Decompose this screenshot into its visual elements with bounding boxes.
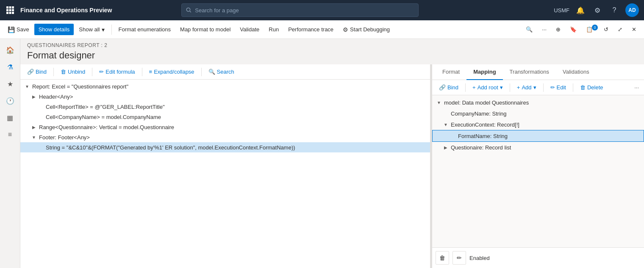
model-item-2[interactable]: CompanyName: String: [432, 108, 644, 119]
model-item-1[interactable]: ▼ model: Data model Questionnaires: [432, 97, 644, 108]
model-toggle-4: [450, 133, 456, 139]
tab-validations[interactable]: Validations: [556, 64, 596, 80]
sidebar-filter-icon[interactable]: ⚗: [3, 59, 18, 75]
bookmark-icon[interactable]: 🔖: [566, 24, 581, 35]
svg-rect-2: [12, 6, 14, 8]
breadcrumb: QUESTIONNAIRES REPORT : 2: [20, 39, 644, 48]
edit-bottom-button[interactable]: ✏: [452, 251, 466, 265]
tab-mapping[interactable]: Mapping: [466, 64, 502, 80]
tree-item-3[interactable]: Cell<ReportTitle> = @"GER_LABEL:ReportTi…: [20, 102, 430, 112]
avatar[interactable]: AD: [625, 3, 639, 17]
svg-line-10: [190, 11, 191, 12]
search-toolbar-icon[interactable]: 🔍: [522, 24, 537, 35]
msep4: [573, 83, 573, 92]
expand-collapse-button[interactable]: ≡ Expand/collapse: [146, 67, 198, 77]
more-icon[interactable]: ···: [538, 24, 551, 35]
link-icon-mapping: 🔗: [439, 84, 446, 91]
sep2: [92, 68, 92, 76]
svg-rect-1: [9, 6, 11, 8]
search-icon: 🔍: [208, 69, 215, 75]
tree-item-4[interactable]: Cell<CompanyName> = model.CompanyName: [20, 112, 430, 122]
unlink-icon: 🗑: [61, 69, 66, 75]
mapping-bind-button[interactable]: 🔗 Bind: [436, 83, 462, 92]
tree-item-5[interactable]: ▶ Range<Questionnaire>: Vertical = model…: [20, 122, 430, 132]
more-options-icon[interactable]: ···: [633, 83, 641, 92]
tree-item-6[interactable]: ▼ Footer: Footer<Any>: [20, 132, 430, 142]
sidebar-star-icon[interactable]: ★: [3, 76, 18, 91]
model-toggle-5[interactable]: ▶: [442, 144, 449, 151]
toggle-5[interactable]: ▶: [31, 124, 37, 130]
main-layout: 🏠 ⚗ ★ 🕐 ▦ ≡ QUESTIONNAIRES REPORT : 2 Fo…: [0, 39, 644, 268]
sidebar-list-icon[interactable]: ≡: [3, 127, 18, 142]
notification-icon[interactable]: 🔔: [575, 4, 586, 16]
content-area: 🔗 Bind 🗑 Unbind ✏ Edit formula: [20, 64, 644, 268]
settings-icon[interactable]: ⚙: [591, 4, 603, 16]
close-icon[interactable]: ✕: [627, 24, 641, 35]
page-title: Format designer: [20, 48, 644, 64]
show-all-button[interactable]: Show all ▾: [75, 24, 108, 36]
start-debugging-button[interactable]: ⚙ Start Debugging: [339, 24, 394, 36]
sidebar-home-icon[interactable]: 🏠: [3, 42, 18, 58]
save-button[interactable]: 💾 Save: [3, 24, 33, 36]
tree-item-7[interactable]: String = "&C&10"&(FORMAT("Generated by'%…: [20, 142, 430, 152]
svg-rect-6: [6, 12, 8, 14]
show-details-button[interactable]: Show details: [34, 24, 74, 35]
map-format-button[interactable]: Map format to model: [176, 24, 235, 35]
sep: [53, 68, 54, 76]
model-toggle-1[interactable]: ▼: [436, 99, 442, 106]
tab-transformations[interactable]: Transformations: [503, 64, 556, 80]
model-item-5[interactable]: ▶ Questionaire: Record list: [432, 142, 644, 153]
sep4: [201, 68, 202, 76]
expand-icon[interactable]: ⤢: [613, 24, 627, 35]
add-button[interactable]: + Add ▾: [514, 83, 540, 92]
model-toggle-3[interactable]: ▼: [442, 121, 449, 128]
model-label-2: CompanyName: String: [451, 111, 507, 117]
app-title: Finance and Operations Preview: [20, 7, 112, 14]
top-navigation: Finance and Operations Preview USMF 🔔 ⚙ …: [0, 0, 644, 20]
sidebar-grid-icon[interactable]: ▦: [3, 110, 18, 125]
expand-icon: ≡: [149, 69, 153, 75]
toggle-7: [37, 144, 44, 151]
unbind-button[interactable]: 🗑 Unbind: [57, 67, 89, 77]
chevron-down-icon: ▾: [102, 26, 105, 33]
search-input[interactable]: [195, 7, 414, 14]
help-icon[interactable]: ?: [608, 4, 620, 16]
toggle-2[interactable]: ▶: [31, 93, 37, 100]
toggle-1[interactable]: ▼: [24, 83, 31, 90]
pencil-icon-mapping: ✏: [550, 84, 555, 91]
sidebar-clock-icon[interactable]: 🕐: [3, 93, 18, 108]
delete-mapping-button[interactable]: 🗑 Delete: [577, 83, 607, 92]
search-button[interactable]: 🔍 Search: [205, 67, 238, 77]
mapping-toolbar: 🔗 Bind + Add root ▾ + Add ▾: [432, 80, 644, 95]
toggle-6[interactable]: ▼: [31, 134, 37, 141]
performance-trace-button[interactable]: Performance trace: [284, 24, 338, 35]
user-label: USMF: [554, 7, 569, 14]
svg-rect-5: [12, 9, 14, 11]
sidebar: 🏠 ⚗ ★ 🕐 ▦ ≡: [0, 39, 20, 268]
crosshair-icon[interactable]: ⊕: [552, 24, 565, 35]
tab-format[interactable]: Format: [436, 64, 466, 80]
model-item-4[interactable]: FormatName: String: [432, 130, 644, 142]
global-search[interactable]: [181, 3, 419, 17]
model-tree: ▼ model: Data model Questionnaires Compa…: [432, 95, 644, 247]
waffle-icon[interactable]: [5, 5, 15, 15]
run-button[interactable]: Run: [264, 24, 283, 35]
chevron-down-add: ▾: [533, 84, 536, 91]
edit-mapping-button[interactable]: ✏ Edit: [547, 83, 569, 92]
notification-badge[interactable]: 📋0: [582, 24, 599, 35]
model-item-3[interactable]: ▼ ExecutionContext: Record[!]: [432, 119, 644, 130]
tree-item-2[interactable]: ▶ Header<Any>: [20, 91, 430, 102]
validate-button[interactable]: Validate: [236, 24, 264, 35]
refresh-icon[interactable]: ↺: [600, 24, 613, 35]
pencil-bottom-icon: ✏: [457, 254, 462, 261]
format-tree: ▼ Report: Excel = "Questionnaires report…: [20, 80, 430, 268]
tree-item-1[interactable]: ▼ Report: Excel = "Questionnaires report…: [20, 81, 430, 91]
add-root-button[interactable]: + Add root ▾: [469, 83, 506, 92]
bind-button[interactable]: 🔗 Bind: [24, 67, 50, 77]
delete-bottom-button[interactable]: 🗑: [436, 251, 449, 265]
model-label-5: Questionaire: Record list: [451, 144, 511, 151]
edit-formula-button[interactable]: ✏ Edit formula: [96, 67, 138, 77]
format-enumerations-button[interactable]: Format enumerations: [114, 24, 175, 35]
format-panel-toolbar: 🔗 Bind 🗑 Unbind ✏ Edit formula: [20, 64, 430, 80]
model-toggle-2: [442, 110, 449, 117]
